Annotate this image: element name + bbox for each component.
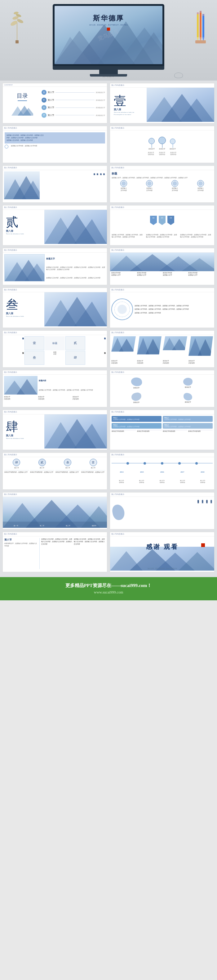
radar-text-2: 这里输入文字内容，这里输入文字内容，这里输入文字内容，这里输入文字内容: [134, 308, 213, 310]
timeline-desc-4: 输入文字说明内容: [173, 480, 193, 483]
grid-label-mid: 标题内容: [45, 351, 65, 365]
slide-ink-vert: 第八节内容展示 这里输入正文内容，这里输入正文 这里输入正文内容，这里输入正文 …: [110, 492, 214, 529]
slide-icons-nums: 第八节内容展示 肆 第八节 贰: [3, 452, 107, 490]
inkblot-text-1: 添加文字: [133, 387, 139, 389]
biaoti-heading: 标题: [112, 172, 213, 176]
col-text-2: 添加文字内容这里输入文字: [137, 272, 162, 283]
slide-thanks: 第八节内容展示 感谢 观看: [110, 532, 214, 572]
svg-rect-19: [203, 14, 204, 37]
slide-label-6: 第八节内容展示: [110, 166, 214, 170]
monitor-section: 斯华德厚 设计之美，意在淡然之间，美在于独特之中，美在于匠心 觉鸟图库: [0, 0, 217, 81]
slide-timeline: 第八节内容展示: [110, 452, 214, 490]
svg-marker-50: [172, 339, 187, 350]
balloon-1: [148, 138, 155, 144]
timeline-desc-2: 输入文字说明内容: [132, 480, 152, 483]
icons-foot-1: 添加文字说明内容，这里输入文字: [4, 470, 29, 474]
std-text-2: 这里输入文字内容: [146, 188, 153, 191]
ink-vert-2: 这里输入正文内容，这里输入正文: [201, 498, 204, 527]
mountain-col-2: 第二节: [40, 525, 44, 527]
ink-vert-3: 这里输入正文内容，这里输入正文: [205, 498, 209, 527]
blue-text-content: 这里输入正文内容，这里输入正文内容，这里输入正文 内容，这里输入正文内容，这里输…: [6, 134, 103, 142]
cn-num-si: 肆: [6, 418, 18, 435]
big-inkblot: [111, 504, 125, 521]
items-col-3: 添加文字内容说明: [73, 396, 106, 400]
toc-desc-2: 添加描述文字: [96, 99, 105, 101]
slide-label-5: 第八节内容展示: [3, 166, 107, 170]
ribbon-text-3: 这里输入文字内容，这里输入文字内容，这里输入文字内容，这里输入文字内容: [180, 234, 213, 238]
icons-foot-4: 添加文字说明内容，这里输入文字: [81, 470, 106, 474]
slide-blue-text: 第八节内容展示 这里输入正文内容，这里输入正文内容，这里输入正文 内容，这里输入…: [3, 126, 107, 163]
std-text-1: 这里输入文字内容: [121, 188, 127, 191]
icon-label-er: 第八节: [40, 467, 44, 469]
slide-label-9: 第八节内容展示: [3, 248, 107, 253]
para-1: [111, 336, 136, 352]
slide-section4: 第八节内容展示 肆 第八章 That is the def: [3, 410, 107, 450]
vert-text-1: 这里输入正文内容: [93, 172, 96, 199]
slide-mountain-items: 第八节内容展示 标题内容 这里输入文字内容，这里输入文字内容，这里输入文字内容，…: [3, 370, 107, 407]
slide-label-11: 第八节内容展示: [3, 288, 107, 292]
icon-label-si: 第八节: [14, 467, 19, 469]
para-3: [163, 336, 187, 350]
slide-label-15: 第八节内容展示: [3, 371, 107, 375]
para-text-3: 添加文字内容说明: [163, 360, 169, 364]
textbox-body: 这里输入正文内容，这里输入正文内容，这里输入正文内容，这里输入正文内容，这里输入…: [46, 266, 105, 271]
slide-label-16: 第八节内容展示: [110, 371, 214, 375]
section3-subtitle: That is the definition of faith.: [6, 315, 31, 317]
final-heading: 第八节: [4, 538, 38, 541]
section1-title: 第八章: [114, 108, 139, 111]
slide-ribbons: 第八节内容展示 02 03: [110, 205, 214, 245]
inkblot-text-2: 添加文字: [185, 386, 191, 388]
icon-circle-san: 叁: [64, 459, 71, 466]
slide-label-23: 第八节内容展示: [3, 532, 107, 536]
monitor-screen: 斯华德厚 设计之美，意在淡然之间，美在于独特之中，美在于匠心 觉鸟图库: [54, 6, 163, 64]
icon-circle-yi: 壹: [89, 459, 97, 466]
no4-text: 这里输入文字内容，这里输入文字内容: [164, 426, 211, 428]
screen-subtitle: 设计之美，意在淡然之间，美在于独特之中，美在于匠心: [78, 24, 139, 26]
thanks-text: 感谢 观看: [146, 542, 179, 551]
slide-label-20: 第八节内容展示: [110, 453, 214, 457]
mountain-col-1: 第一节: [14, 525, 18, 527]
year-2: 2015: [140, 471, 144, 473]
slide-mountain-full: 第八节内容展示 第一节 第二节 第三节 第四节: [3, 492, 107, 529]
decoration-plant: [9, 6, 25, 45]
year-4: 2017: [180, 471, 184, 473]
mountain-col-3: 第三节: [66, 525, 70, 527]
section2-subtitle: That is the definition of faith.: [6, 233, 31, 235]
circle-text-1: 添加文字说明内容: [148, 151, 154, 155]
timeline-dot-1: [126, 462, 129, 465]
final-col-1: 这里输入正文内容，这里输入正文内容，这里输入正文内容，这里输入正文内容，这里输入…: [41, 538, 73, 569]
circle-text-3: 添加文字说明内容: [170, 151, 176, 155]
toc-desc-3: 添加描述文字: [96, 107, 105, 108]
toc-desc-1: 添加描述文字: [96, 91, 105, 93]
cn-num-er: 贰: [6, 213, 18, 231]
grid-char-1: 壹: [33, 341, 36, 345]
ink-vert-4: 这里输入正文内容，这里输入正文: [209, 498, 213, 527]
svg-point-2: [16, 18, 24, 24]
vert-text-3: 这里输入正文内容: [99, 172, 102, 199]
radar-circle: [111, 299, 133, 320]
slide-toc: CONTENT 目录: [3, 83, 107, 123]
section4-subtitle: That is the definition of faith.: [6, 438, 31, 439]
toc-icon-2: 贰: [41, 98, 46, 103]
col-text-1: 添加文字内容这里输入文字: [111, 272, 136, 283]
section3-title: 第八章: [6, 312, 31, 315]
toc-title: 目录: [17, 92, 28, 100]
slide-label-4: 第八节内容展示: [110, 126, 214, 130]
svg-marker-46: [119, 339, 134, 352]
toc-item-3: 第八节: [48, 106, 54, 109]
svg-rect-22: [195, 40, 206, 43]
year-1: 2014: [120, 471, 124, 473]
slide-label-8: 第八节内容展示: [110, 205, 214, 210]
inkblot-text-4: 添加文字: [185, 401, 191, 403]
text-col-1: 这里输入文字内容，这里输入文字内容: [11, 145, 105, 148]
items-heading: 标题内容: [39, 379, 106, 382]
ribbon-2: 03: [159, 216, 166, 225]
toc-item-1: 第八节: [48, 91, 54, 94]
items-col-2: 添加文字内容说明: [38, 396, 71, 400]
decoration-pencils: [192, 6, 208, 45]
slides-grid: CONTENT 目录: [0, 81, 217, 577]
svg-rect-13: [197, 13, 199, 37]
toc-desc-4: 添加描述文字: [96, 115, 105, 116]
svg-rect-6: [16, 40, 19, 43]
section1-subtitle: That is the definition of faith, the Pre…: [114, 111, 139, 116]
